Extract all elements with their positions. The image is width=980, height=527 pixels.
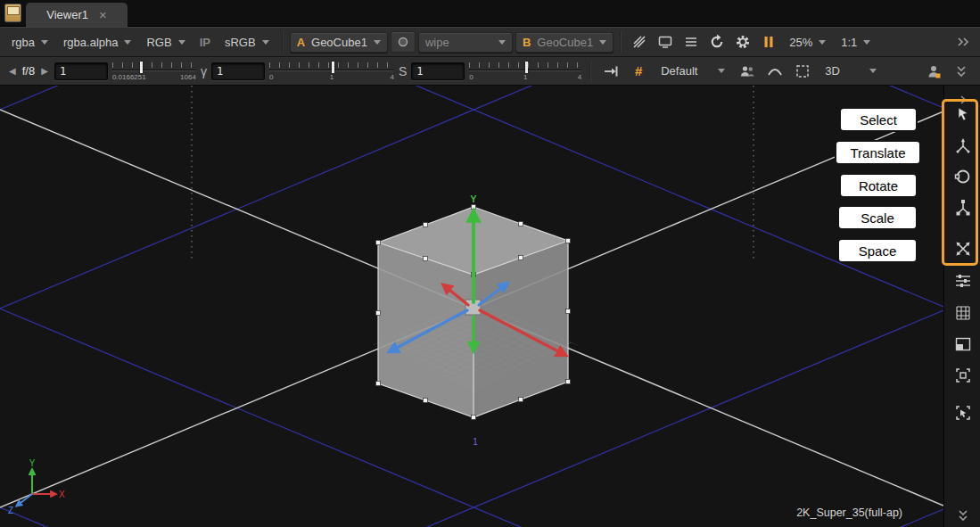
settings-button[interactable]: [731, 30, 754, 54]
axis-z-label: Z: [8, 506, 13, 515]
display-label: RGB: [146, 36, 171, 49]
refresh-icon: [709, 34, 725, 50]
callout-translate-label: Translate: [851, 145, 906, 161]
scale-icon: [953, 198, 973, 218]
select-tool-button[interactable]: [944, 103, 980, 128]
monitor-out-button[interactable]: [654, 30, 677, 54]
refresh-button[interactable]: [705, 30, 729, 54]
wipe-label: wipe: [425, 36, 449, 49]
display-mode-dropdown[interactable]: RGB: [140, 33, 191, 52]
diagonal-stripes-icon: [631, 34, 647, 50]
view-dimension-label: 3D: [825, 64, 840, 78]
arrow-to-bar-icon: [603, 63, 619, 79]
person-badge-button[interactable]: [922, 60, 945, 83]
saturation-input[interactable]: [411, 62, 465, 80]
caret-down-icon: [819, 40, 826, 45]
grid-unit-label: 1: [473, 437, 478, 447]
3d-viewport[interactable]: 1 Y Y X Z 2K_Super_35(full-ap): [0, 86, 943, 527]
tab-close-icon[interactable]: ×: [99, 8, 107, 21]
saturation-slider[interactable]: 0 1 4: [469, 59, 581, 84]
gamma-label: γ: [201, 64, 207, 78]
callout-space: Space: [837, 238, 918, 263]
person-badge-icon: [926, 63, 942, 79]
lut-curve-button[interactable]: [763, 60, 786, 83]
input-process-toggle[interactable]: IP: [194, 33, 216, 52]
saturation-slider-handle[interactable]: [525, 62, 528, 73]
gain-input[interactable]: [54, 62, 108, 80]
caret-down-icon: [863, 40, 870, 45]
gain-slider-handle[interactable]: [140, 62, 143, 73]
callout-translate: Translate: [835, 140, 921, 165]
gamma-tick-label: 0: [269, 73, 273, 81]
space-tool-button[interactable]: [944, 236, 980, 261]
double-chevron-right-icon: [955, 34, 971, 50]
wipe-mode-dropdown[interactable]: wipe: [418, 32, 513, 53]
scale-tool-button[interactable]: [944, 195, 980, 220]
multi-slider-icon: [953, 271, 973, 291]
tab-title: Viewer1: [46, 8, 88, 21]
caret-down-icon: [178, 40, 185, 45]
view-dimension-dropdown[interactable]: 3D: [819, 62, 883, 80]
gain-max-label: 1064: [180, 73, 196, 81]
colorspace-dropdown[interactable]: sRGB: [218, 33, 276, 52]
caret-down-icon: [41, 40, 48, 45]
tab-bar: Viewer1 ×: [0, 0, 980, 27]
wipe-pattern-button[interactable]: [628, 30, 651, 54]
split-layout-button[interactable]: [944, 332, 980, 357]
frame-all-button[interactable]: [944, 363, 980, 388]
gamma-tick-label: 1: [330, 73, 334, 81]
sat-tick-label: 1: [523, 73, 527, 81]
gain-min-label: 0.0166251: [112, 73, 146, 81]
toolbar-divider: [620, 31, 622, 53]
hash-icon: #: [635, 63, 642, 78]
viewer-side-toolbar: [943, 86, 980, 527]
callout-select: Select: [839, 107, 918, 132]
viewer-mode-dropdown[interactable]: Default: [655, 62, 731, 80]
caret-down-icon: [374, 40, 381, 45]
rotate-tool-button[interactable]: [944, 164, 980, 189]
frame-selection-button[interactable]: [944, 400, 980, 425]
pane-icon[interactable]: [4, 4, 21, 22]
expand-toolbar-button[interactable]: [951, 30, 975, 54]
input-a-value: GeoCube1: [311, 36, 367, 49]
viewport-scene[interactable]: 1 Y Y X Z: [0, 86, 943, 527]
input-a-dropdown[interactable]: A GeoCube1: [290, 32, 388, 53]
gain-slider[interactable]: 0.0166251 1064: [112, 59, 196, 84]
callout-scale-label: Scale: [861, 210, 894, 226]
gamma-input[interactable]: [211, 62, 265, 80]
snap-grid-button[interactable]: [944, 301, 980, 325]
curve-icon: [767, 63, 783, 79]
double-chevron-down-icon: [955, 507, 971, 523]
fstop-prev-button[interactable]: ◀: [7, 66, 18, 76]
caret-down-icon: [869, 69, 877, 73]
grid-guides-button[interactable]: #: [627, 60, 650, 83]
callout-space-label: Space: [859, 243, 897, 259]
fstop-next-button[interactable]: ▶: [39, 66, 50, 76]
saturation-label: S: [399, 64, 407, 78]
monitor-icon: [657, 34, 673, 50]
channel-list-button[interactable]: [679, 30, 703, 54]
slider-track: [112, 70, 196, 71]
roi-button[interactable]: [791, 60, 814, 83]
collapse-side-toolbar-button[interactable]: [944, 503, 980, 527]
sat-tick-label: 4: [578, 73, 581, 81]
viewer-mode-label: Default: [661, 64, 697, 78]
translate-tool-button[interactable]: [944, 134, 980, 159]
pixel-aspect-dropdown[interactable]: 1:1: [835, 33, 877, 52]
input-b-dropdown[interactable]: B GeoCube1: [515, 32, 614, 53]
goto-end-button[interactable]: [599, 60, 622, 83]
pause-button[interactable]: [757, 30, 780, 54]
gamma-slider[interactable]: 0 1 4: [269, 59, 394, 84]
format-label: 2K_Super_35(full-ap): [796, 506, 902, 519]
collapse-row-button[interactable]: [950, 60, 973, 83]
gamma-slider-handle[interactable]: [332, 62, 334, 73]
views-button[interactable]: [736, 60, 759, 83]
zoom-dropdown[interactable]: 25%: [783, 33, 832, 52]
tool-options-button[interactable]: [944, 268, 980, 293]
wipe-center-button[interactable]: [391, 31, 416, 53]
layer-dropdown[interactable]: rgba: [5, 33, 54, 52]
tab-viewer1[interactable]: Viewer1 ×: [26, 3, 128, 27]
alpha-channel-dropdown[interactable]: rgba.alpha: [57, 33, 137, 52]
toolbar-divider: [589, 61, 591, 82]
caret-down-icon: [718, 69, 725, 73]
